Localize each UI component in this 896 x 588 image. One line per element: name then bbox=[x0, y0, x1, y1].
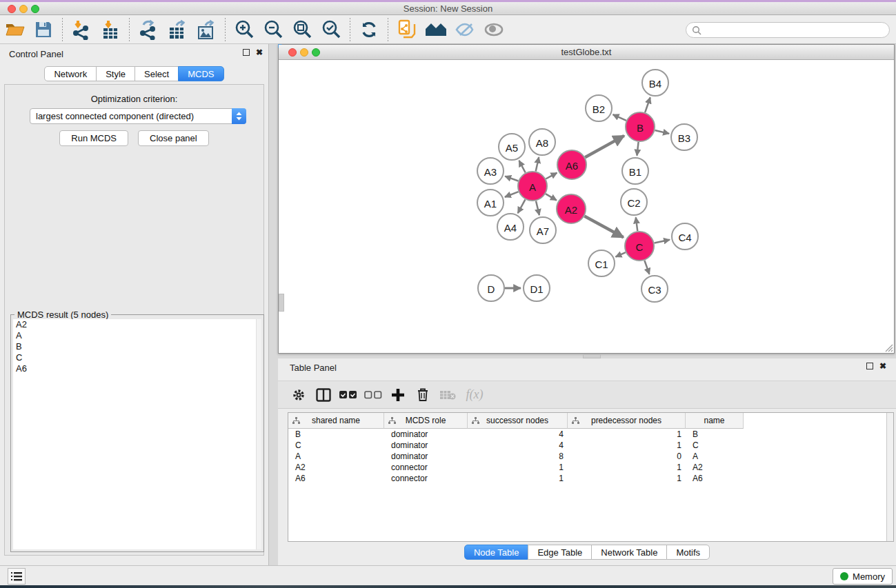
edge-C-C2[interactable] bbox=[636, 217, 637, 231]
search-field[interactable] bbox=[686, 22, 890, 38]
close-panel-icon[interactable]: ✖ bbox=[256, 49, 263, 56]
hide-annotations-icon[interactable] bbox=[453, 18, 477, 41]
tab-edge-table[interactable]: Edge Table bbox=[528, 545, 592, 560]
node-A[interactable]: A bbox=[518, 172, 547, 201]
tab-network-table[interactable]: Network Table bbox=[591, 545, 667, 560]
edge-A-A8[interactable] bbox=[536, 157, 539, 172]
column-header-predecessor-nodes[interactable]: predecessor nodes bbox=[568, 413, 686, 429]
edge-C-C4[interactable] bbox=[655, 240, 670, 243]
edge-A-A4[interactable] bbox=[518, 199, 526, 213]
column-header-MCDS-role[interactable]: MCDS role bbox=[384, 413, 468, 429]
edge-B-B1[interactable] bbox=[637, 142, 638, 156]
function-builder-icon[interactable]: f(x) bbox=[460, 384, 485, 406]
node-D[interactable]: D bbox=[478, 275, 504, 301]
show-column-panel-icon[interactable] bbox=[311, 384, 336, 406]
resize-grip-icon[interactable] bbox=[884, 343, 893, 352]
network-window-titlebar[interactable]: testGlobe.txt bbox=[279, 45, 894, 60]
tab-select[interactable]: Select bbox=[135, 66, 179, 81]
edge-A-A5[interactable] bbox=[519, 161, 525, 173]
mcds-result-item[interactable]: A bbox=[13, 330, 261, 341]
deselect-all-rows-icon[interactable] bbox=[361, 384, 386, 406]
mcds-result-item[interactable]: C bbox=[13, 352, 261, 363]
export-network-icon[interactable] bbox=[137, 18, 160, 41]
export-image-icon[interactable] bbox=[195, 18, 218, 41]
table-row[interactable]: A2connector11A2 bbox=[288, 462, 886, 473]
table-row[interactable]: Bdominator41B bbox=[288, 429, 886, 440]
select-all-rows-icon[interactable] bbox=[336, 384, 361, 406]
memory-button[interactable]: Memory bbox=[833, 568, 893, 585]
edge-A-A1[interactable] bbox=[505, 192, 519, 197]
network-overview-icon[interactable] bbox=[395, 18, 419, 41]
table-scrollbar[interactable] bbox=[886, 413, 893, 541]
home-layout-icon[interactable] bbox=[424, 18, 448, 41]
table-row[interactable]: Cdominator41C bbox=[288, 440, 886, 451]
import-network-icon[interactable] bbox=[70, 18, 93, 41]
node-A6[interactable]: A6 bbox=[557, 150, 586, 179]
mcds-result-item[interactable]: A2 bbox=[13, 319, 261, 330]
node-A5[interactable]: A5 bbox=[499, 134, 525, 160]
mcds-result-list[interactable]: A2ABCA6 bbox=[13, 319, 261, 549]
run-mcds-button[interactable]: Run MCDS bbox=[59, 130, 128, 146]
edge-C-C1[interactable] bbox=[615, 252, 625, 257]
panel-menu-button[interactable] bbox=[8, 568, 26, 585]
node-C2[interactable]: C2 bbox=[621, 189, 647, 215]
zoom-fit-icon[interactable] bbox=[290, 18, 314, 41]
node-A1[interactable]: A1 bbox=[477, 190, 504, 216]
column-header-shared-name[interactable]: shared name bbox=[288, 413, 384, 429]
edge-B-B4[interactable] bbox=[645, 97, 650, 112]
edge-B-B2[interactable] bbox=[613, 114, 626, 121]
mcds-result-item[interactable]: A6 bbox=[13, 363, 261, 374]
edge-A-A3[interactable] bbox=[505, 176, 518, 181]
edge-A-A7[interactable] bbox=[536, 201, 539, 215]
edge-C-C3[interactable] bbox=[644, 261, 649, 274]
table-options-icon[interactable] bbox=[286, 384, 311, 406]
node-A2[interactable]: A2 bbox=[557, 194, 586, 223]
edge-A6-B[interactable] bbox=[585, 136, 624, 157]
close-panel-button[interactable]: Close panel bbox=[138, 130, 209, 146]
column-header-successor-nodes[interactable]: successor nodes bbox=[468, 413, 568, 429]
tab-mcds[interactable]: MCDS bbox=[178, 66, 223, 81]
zoom-out-icon[interactable] bbox=[261, 18, 285, 41]
table-row[interactable]: A6connector11A6 bbox=[288, 473, 886, 484]
export-table-icon[interactable] bbox=[166, 18, 189, 41]
node-B[interactable]: B bbox=[626, 112, 655, 141]
search-input[interactable] bbox=[701, 24, 889, 37]
open-session-icon[interactable] bbox=[3, 18, 26, 41]
table-row[interactable]: Adominator80A bbox=[288, 451, 886, 462]
node-C3[interactable]: C3 bbox=[641, 276, 668, 302]
node-A8[interactable]: A8 bbox=[529, 129, 555, 155]
vertical-splitter-handle[interactable] bbox=[279, 294, 284, 312]
save-session-icon[interactable] bbox=[32, 18, 55, 41]
node-B1[interactable]: B1 bbox=[622, 158, 648, 184]
node-D1[interactable]: D1 bbox=[524, 275, 550, 301]
import-table-icon[interactable] bbox=[99, 18, 122, 41]
show-graphics-details-icon[interactable] bbox=[482, 18, 506, 41]
node-B2[interactable]: B2 bbox=[586, 95, 612, 121]
column-header-name[interactable]: name bbox=[686, 413, 744, 429]
node-C[interactable]: C bbox=[625, 232, 654, 261]
tab-node-table[interactable]: Node Table bbox=[464, 545, 529, 560]
float-table-panel-icon[interactable] bbox=[866, 363, 873, 369]
node-B3[interactable]: B3 bbox=[671, 124, 697, 150]
edge-B-B3[interactable] bbox=[655, 130, 669, 134]
node-A7[interactable]: A7 bbox=[530, 217, 556, 243]
edge-A-A2[interactable] bbox=[546, 194, 557, 200]
node-C1[interactable]: C1 bbox=[588, 250, 615, 276]
delete-table-icon[interactable] bbox=[435, 384, 460, 406]
zoom-selected-icon[interactable] bbox=[319, 18, 343, 41]
node-C4[interactable]: C4 bbox=[672, 223, 698, 250]
close-table-panel-icon[interactable]: ✖ bbox=[879, 363, 886, 369]
result-list-scrollbar[interactable] bbox=[256, 319, 261, 549]
zoom-in-icon[interactable] bbox=[232, 18, 256, 41]
add-column-icon[interactable] bbox=[386, 384, 410, 406]
delete-column-icon[interactable] bbox=[410, 384, 435, 406]
criterion-select[interactable]: largest connected component (directed) bbox=[30, 108, 246, 124]
network-graph[interactable]: AA1A2A3A4A5A6A7A8BB1B2B3B4CC1C2C3C4DD1 bbox=[279, 60, 894, 353]
tab-motifs[interactable]: Motifs bbox=[666, 545, 710, 560]
float-panel-icon[interactable] bbox=[243, 49, 250, 56]
tab-style[interactable]: Style bbox=[96, 66, 135, 81]
node-B4[interactable]: B4 bbox=[642, 70, 668, 96]
tab-network[interactable]: Network bbox=[44, 66, 97, 81]
edge-A2-C[interactable] bbox=[584, 216, 623, 238]
node-A4[interactable]: A4 bbox=[497, 214, 524, 240]
